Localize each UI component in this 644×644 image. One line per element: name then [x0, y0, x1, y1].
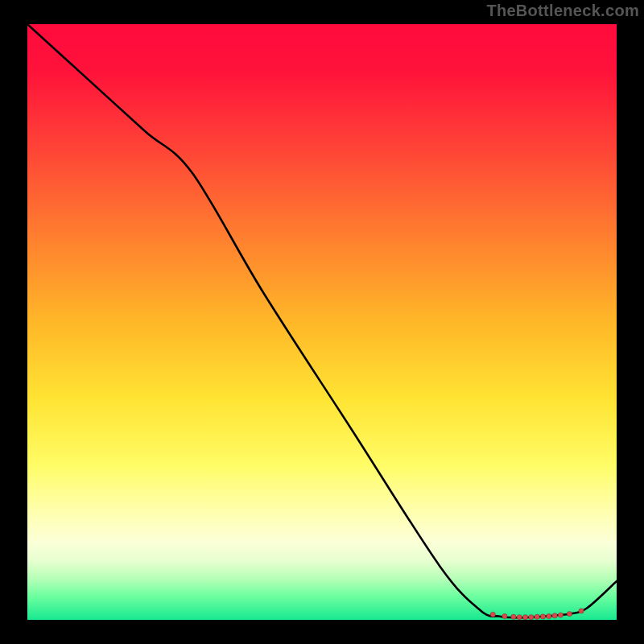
highlight-dot: [540, 614, 545, 619]
highlight-dot: [490, 612, 495, 617]
highlight-dot: [552, 613, 557, 618]
highlight-dot: [567, 611, 572, 616]
highlight-dot: [558, 613, 563, 617]
highlight-dot: [579, 609, 584, 613]
plot-area: [27, 24, 617, 620]
highlight-dots: [490, 609, 584, 620]
highlight-dot: [535, 614, 539, 619]
highlight-dot: [529, 614, 534, 619]
highlight-dot: [547, 613, 551, 618]
highlight-dot: [502, 613, 507, 618]
highlight-dot: [511, 614, 516, 619]
highlight-dot: [517, 614, 522, 619]
chart-container: TheBottleneck.com: [0, 0, 644, 644]
curve-line: [27, 24, 617, 617]
highlight-dot: [522, 614, 527, 619]
watermark-text: TheBottleneck.com: [486, 2, 639, 20]
curve-layer: [27, 24, 617, 620]
